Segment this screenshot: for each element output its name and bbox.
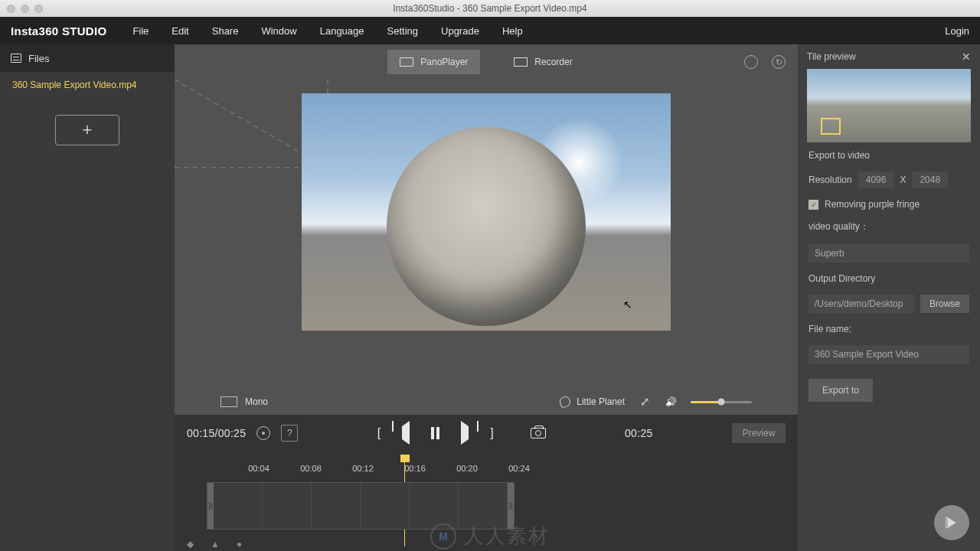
help-button[interactable]: ? — [281, 425, 298, 442]
menu-file[interactable]: File — [132, 25, 149, 37]
little-planet-icon — [558, 395, 572, 409]
menu-items: File Edit Share Window Language Setting … — [132, 25, 522, 37]
login-button[interactable]: Login — [945, 25, 969, 37]
tool-1[interactable]: ◆ — [187, 539, 194, 549]
tool-3[interactable]: ● — [237, 539, 242, 549]
add-file-button[interactable] — [55, 115, 119, 145]
res-height-input[interactable]: 2048 — [912, 171, 948, 188]
timeline[interactable]: 00:04 00:08 00:12 00:16 00:20 00:24 || |… — [175, 452, 798, 551]
prev-button[interactable] — [402, 426, 410, 440]
browse-button[interactable]: Browse — [920, 295, 969, 313]
timecode-out: 00:25 — [625, 427, 653, 439]
view-tabs: PanoPlayer Recorder — [175, 44, 798, 80]
volume-fill — [691, 401, 721, 403]
file-sidebar: Files 360 Sample Export Video.mp4 — [0, 44, 175, 551]
clip-handle-left[interactable]: || — [207, 483, 214, 529]
timeline-ruler[interactable]: 00:04 00:08 00:12 00:16 00:20 00:24 — [207, 455, 786, 478]
mono-label: Mono — [245, 396, 268, 407]
right-panel: Tile preview ✕ Export to video Resolutio… — [798, 44, 980, 551]
tick: 00:24 — [508, 464, 530, 473]
refresh-icon[interactable] — [772, 55, 786, 69]
panel-title: Tile preview — [807, 51, 856, 62]
cursor-icon: ↖ — [623, 298, 632, 311]
export-button[interactable]: Export to — [808, 379, 873, 402]
little-planet — [387, 127, 586, 326]
clip-strip[interactable]: || || — [207, 482, 514, 530]
clip-handle-right[interactable]: || — [508, 483, 514, 529]
fullscreen-icon[interactable] — [639, 396, 651, 408]
video-frame[interactable]: ↖ — [302, 93, 671, 331]
tick: 00:20 — [456, 464, 478, 473]
menu-window[interactable]: Window — [261, 25, 296, 37]
tab-pano-label: PanoPlayer — [420, 57, 468, 67]
snapshot-icon[interactable] — [531, 428, 546, 439]
menu-setting[interactable]: Setting — [387, 25, 418, 37]
outdir-input[interactable]: /Users/demo/Desktop — [808, 295, 914, 313]
menu-share[interactable]: Share — [212, 25, 239, 37]
menu-bar: Insta360 STUDIO File Edit Share Window L… — [0, 17, 980, 44]
timeline-tools: ◆ ▲ ● — [187, 539, 242, 549]
close-icon[interactable]: ✕ — [962, 51, 971, 63]
viewport[interactable]: ↖ — [175, 80, 798, 389]
pano-icon — [400, 57, 413, 67]
mark-out-button[interactable]: ] — [490, 426, 493, 440]
menu-language[interactable]: Language — [320, 25, 364, 37]
window-title: Insta360Studio - 360 Sample Export Video… — [0, 3, 980, 14]
files-icon — [11, 54, 21, 63]
res-width-input[interactable]: 4096 — [858, 171, 894, 188]
quality-label: video quality： — [808, 220, 969, 233]
window-titlebar: Insta360Studio - 360 Sample Export Video… — [0, 0, 980, 17]
recorder-icon — [514, 57, 528, 67]
preview-button[interactable]: Preview — [732, 423, 786, 443]
filename-label: File name: — [808, 324, 969, 334]
tick: 00:12 — [352, 464, 374, 473]
resolution-label: Resolution — [808, 174, 852, 185]
transport-buttons: [ ] — [377, 426, 546, 440]
pause-button[interactable] — [431, 427, 439, 439]
res-x: X — [900, 174, 906, 185]
app-brand: Insta360 STUDIO — [11, 24, 106, 37]
tick: 00:08 — [300, 464, 322, 473]
timecode-current: 00:15/00:25 — [187, 427, 246, 439]
files-label: Files — [28, 53, 49, 64]
viewport-indicator[interactable] — [821, 118, 841, 135]
filename-input[interactable]: 360 Sample Export Video — [808, 345, 969, 364]
vr-icon[interactable] — [744, 55, 758, 69]
fringe-checkbox[interactable] — [808, 200, 818, 210]
menu-upgrade[interactable]: Upgrade — [441, 25, 479, 37]
tab-panoplayer[interactable]: PanoPlayer — [387, 50, 480, 74]
fringe-label: Removing purple fringe — [825, 199, 920, 210]
tab-recorder[interactable]: Recorder — [501, 50, 584, 74]
mark-in-button[interactable]: [ — [377, 426, 381, 440]
mono-toggle[interactable]: Mono — [220, 396, 268, 407]
tick: 00:16 — [404, 464, 426, 473]
mode-bar: Mono Little Planet — [175, 389, 798, 415]
mono-checkbox[interactable] — [220, 396, 237, 407]
fringe-row[interactable]: Removing purple fringe — [808, 199, 969, 210]
projection-label: Little Planet — [577, 396, 625, 407]
volume-slider[interactable] — [691, 401, 752, 403]
tab-recorder-label: Recorder — [534, 57, 572, 67]
volume-knob[interactable] — [718, 399, 725, 406]
volume-icon[interactable] — [665, 396, 677, 408]
files-header: Files — [0, 44, 175, 72]
quality-select[interactable]: Superb — [808, 244, 969, 262]
play-all-button[interactable] — [934, 505, 969, 540]
tick: 00:04 — [248, 464, 270, 473]
target-icon[interactable] — [256, 426, 270, 440]
tool-2[interactable]: ▲ — [211, 539, 220, 549]
file-item[interactable]: 360 Sample Export Video.mp4 — [0, 72, 175, 98]
tile-preview-image[interactable] — [807, 69, 971, 142]
export-to-label: Export to video — [808, 150, 969, 161]
playhead[interactable] — [400, 455, 410, 462]
menu-edit[interactable]: Edit — [172, 25, 188, 37]
transport-bar: 00:15/00:25 ? [ ] 00:25 Preview — [175, 415, 798, 452]
center-area: PanoPlayer Recorder ↖ — [175, 44, 798, 551]
outdir-label: Output Directory — [808, 273, 969, 284]
next-button[interactable] — [461, 426, 469, 440]
projection-mode[interactable]: Little Planet — [560, 396, 625, 407]
resolution-row: Resolution 4096 X 2048 — [808, 171, 969, 188]
menu-help[interactable]: Help — [502, 25, 523, 37]
